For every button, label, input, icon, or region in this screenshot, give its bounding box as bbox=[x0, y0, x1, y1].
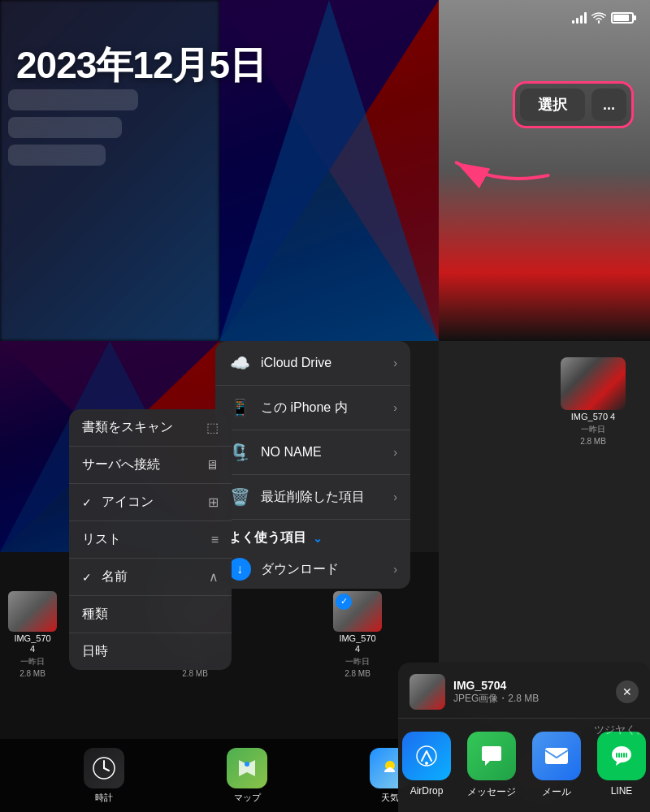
ctx-date-label: 日時 bbox=[82, 643, 219, 660]
maps-icon bbox=[227, 748, 267, 788]
menu-item-iphone-label: この iPhone 内 bbox=[261, 400, 384, 417]
mail-icon bbox=[532, 732, 581, 780]
date-title: 2023年12月5日 bbox=[16, 41, 266, 91]
downloads-chevron: › bbox=[393, 563, 397, 576]
sort-asc-icon: ∧ bbox=[209, 569, 219, 585]
ctx-type-label: 種類 bbox=[82, 606, 219, 623]
icon-check: ✓ bbox=[82, 496, 92, 509]
share-app-mail[interactable]: メール bbox=[532, 732, 581, 799]
icon-grid-icon: ⊞ bbox=[208, 495, 219, 510]
icloud-icon: ☁️ bbox=[228, 352, 251, 374]
airdrop-icon bbox=[402, 732, 451, 780]
ctx-date[interactable]: 日時 bbox=[69, 633, 232, 670]
clock-icon bbox=[84, 748, 124, 788]
line-label: LINE bbox=[611, 785, 633, 797]
share-sheet: IMG_5704 JPEG画像・2.8 MB ✕ AirDrop メッセージ bbox=[398, 663, 650, 812]
file-thumb-right bbox=[561, 357, 626, 410]
noname-chevron: › bbox=[393, 446, 397, 459]
scan-icon: ⬚ bbox=[206, 420, 219, 435]
ctx-scan-label: 書類をスキャン bbox=[82, 419, 200, 436]
ctx-server-label: サーバへ接続 bbox=[82, 456, 199, 473]
share-close-button[interactable]: ✕ bbox=[616, 680, 639, 703]
weather-label: 天気 bbox=[381, 792, 399, 804]
ctx-name-label: 名前 bbox=[102, 568, 202, 585]
favorites-title: よく使う項目 ⌄ bbox=[228, 529, 397, 546]
svg-rect-9 bbox=[545, 748, 568, 764]
context-menu: 書類をスキャン ⬚ サーバへ接続 🖥 ✓ アイコン ⊞ リスト ≡ ✓ 名前 ∧… bbox=[69, 409, 232, 670]
thumb-img-1 bbox=[8, 591, 57, 632]
download-icon: ↓ bbox=[228, 558, 251, 581]
svg-point-14 bbox=[245, 762, 249, 767]
menu-item-noname-label: NO NAME bbox=[261, 445, 384, 460]
svg-point-8 bbox=[425, 762, 428, 765]
file-name-right: IMG_570 4 bbox=[571, 412, 615, 422]
dock-item-clock[interactable]: 時計 bbox=[84, 748, 124, 804]
favorites-chevron: ⌄ bbox=[313, 532, 323, 545]
thumb-date-3: 一昨日 bbox=[345, 656, 370, 667]
thumb-img-3: ✓ bbox=[333, 591, 382, 632]
ctx-scan[interactable]: 書類をスキャン ⬚ bbox=[69, 409, 232, 447]
share-type: JPEG画像・2.8 MB bbox=[453, 692, 608, 706]
files-location-menu: ☁️ iCloud Drive › 📱 この iPhone 内 › 🗜️ NO … bbox=[215, 341, 410, 589]
menu-item-iphone[interactable]: 📱 この iPhone 内 › bbox=[215, 386, 410, 430]
share-app-line[interactable]: LINE bbox=[597, 732, 646, 799]
ctx-server[interactable]: サーバへ接続 🖥 bbox=[69, 447, 232, 484]
censored-content bbox=[8, 89, 138, 172]
svg-line-12 bbox=[104, 768, 109, 771]
ctx-type[interactable]: 種類 bbox=[69, 596, 232, 633]
menu-item-deleted-label: 最近削除した項目 bbox=[261, 489, 384, 506]
share-app-messages[interactable]: メッセージ bbox=[467, 732, 516, 799]
menu-item-noname[interactable]: 🗜️ NO NAME › bbox=[215, 430, 410, 475]
favorites-section: よく使う項目 ⌄ bbox=[215, 520, 410, 550]
share-thumb bbox=[410, 674, 445, 710]
status-icons bbox=[572, 12, 634, 24]
messages-label: メッセージ bbox=[467, 785, 516, 799]
list-icon: ≡ bbox=[211, 533, 219, 547]
ctx-name[interactable]: ✓ 名前 ∧ bbox=[69, 559, 232, 596]
share-app-airdrop[interactable]: AirDrop bbox=[402, 732, 451, 799]
status-bar bbox=[0, 0, 650, 36]
share-header: IMG_5704 JPEG画像・2.8 MB ✕ bbox=[398, 663, 650, 719]
file-item-right[interactable]: IMG_570 4 一昨日 2.8 MB bbox=[561, 357, 626, 446]
watermark: ツジヤく。 bbox=[594, 723, 647, 737]
menu-item-icloud-label: iCloud Drive bbox=[261, 356, 384, 370]
iphone-chevron: › bbox=[393, 401, 397, 414]
clock-label: 時計 bbox=[95, 792, 113, 804]
menu-item-icloud[interactable]: ☁️ iCloud Drive › bbox=[215, 341, 410, 386]
maps-label: マップ bbox=[234, 792, 261, 804]
menu-item-downloads-label: ダウンロード bbox=[261, 561, 384, 578]
more-button[interactable]: ... bbox=[592, 89, 626, 121]
ctx-icon-label: アイコン bbox=[102, 494, 202, 511]
name-check: ✓ bbox=[82, 571, 92, 584]
thumb-size-1: 2.8 MB bbox=[20, 669, 46, 678]
menu-item-recent-deleted[interactable]: 🗑️ 最近削除した項目 › bbox=[215, 475, 410, 520]
wifi-icon bbox=[592, 12, 606, 24]
line-icon bbox=[597, 732, 646, 780]
trash-icon: 🗑️ bbox=[228, 486, 251, 508]
ctx-icon[interactable]: ✓ アイコン ⊞ bbox=[69, 484, 232, 521]
signal-icon bbox=[572, 12, 587, 24]
menu-item-downloads[interactable]: ↓ ダウンロード › bbox=[215, 550, 410, 589]
share-info: IMG_5704 JPEG画像・2.8 MB bbox=[453, 679, 608, 706]
dock-item-maps[interactable]: マップ bbox=[227, 748, 267, 804]
thumb-name-3: IMG_5704 bbox=[339, 633, 375, 654]
thumb-size-2: 2.8 MB bbox=[182, 669, 208, 678]
thumb-date-1: 一昨日 bbox=[20, 656, 45, 667]
drive-icon: 🗜️ bbox=[228, 441, 251, 464]
thumb-size-3: 2.8 MB bbox=[344, 669, 370, 678]
share-filename: IMG_5704 bbox=[453, 679, 608, 692]
mail-label: メール bbox=[542, 785, 571, 799]
ctx-list[interactable]: リスト ≡ bbox=[69, 521, 232, 559]
battery-icon bbox=[611, 12, 634, 24]
file-date-right: 一昨日 bbox=[581, 424, 605, 435]
thumb-item-1[interactable]: IMG_5704 一昨日 2.8 MB bbox=[8, 591, 57, 678]
iphone-icon: 📱 bbox=[228, 396, 251, 419]
deleted-chevron: › bbox=[393, 490, 397, 503]
thumb-name-1: IMG_5704 bbox=[14, 633, 50, 654]
thumb-item-3[interactable]: ✓ IMG_5704 一昨日 2.8 MB bbox=[333, 591, 382, 678]
airdrop-label: AirDrop bbox=[410, 785, 444, 797]
server-icon: 🖥 bbox=[206, 458, 219, 473]
file-size-right: 2.8 MB bbox=[580, 437, 606, 446]
ctx-list-label: リスト bbox=[82, 531, 205, 548]
icloud-chevron: › bbox=[393, 356, 397, 369]
